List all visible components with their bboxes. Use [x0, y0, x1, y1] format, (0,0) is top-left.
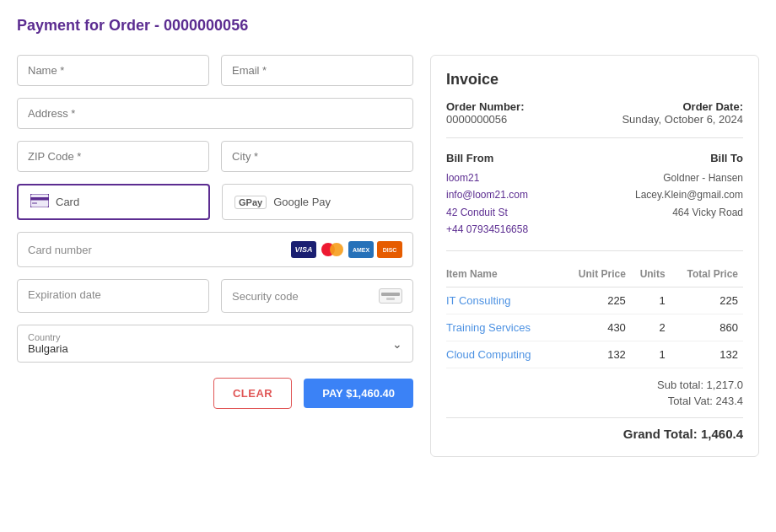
gpay-icon: GPay	[234, 196, 267, 209]
expiration-label: Expiration date	[28, 288, 101, 301]
bill-from-line-0: loom21	[446, 169, 528, 186]
bill-from: Bill From loom21 info@loom21.com 42 Cond…	[446, 152, 528, 239]
subtotal-label: Sub total: 1,217.0	[657, 379, 743, 391]
page-container: Payment for Order - 0000000056	[0, 0, 776, 532]
order-date-value: Sunday, October 6, 2024	[622, 113, 743, 126]
discover-icon: DISC	[377, 241, 402, 258]
table-row: IT Consulting 225 1 225	[446, 287, 743, 314]
svg-rect-0	[30, 194, 49, 207]
svg-rect-2	[32, 202, 37, 204]
invoice-title: Invoice	[446, 71, 743, 89]
card-icons: VISA AMEX DISC	[291, 241, 402, 258]
country-select[interactable]: Country Bulgaria ⌄	[17, 325, 413, 363]
clear-button[interactable]: CLEAR	[213, 378, 292, 409]
main-content: Card GPay Google Pay Card number VISA	[17, 55, 759, 457]
item-name-2: Cloud Computing	[446, 341, 563, 368]
grand-total: Grand Total: 1,460.4	[446, 417, 743, 441]
item-name-1: Training Services	[446, 314, 563, 341]
bill-from-line-2: 42 Conduit St	[446, 204, 528, 221]
item-units-1: 2	[631, 314, 671, 341]
table-header-row: Item Name Unit Price Units Total Price	[446, 265, 743, 287]
country-value: Bulgaria	[28, 342, 68, 355]
payment-methods: Card GPay Google Pay	[17, 184, 413, 220]
page-title: Payment for Order - 0000000056	[17, 17, 759, 35]
item-units-2: 1	[631, 341, 671, 368]
order-number-value: 0000000056	[446, 113, 524, 126]
expiration-field[interactable]: Expiration date	[17, 279, 209, 313]
col-item-name: Item Name	[446, 265, 563, 287]
table-row: Cloud Computing 132 1 132	[446, 341, 743, 368]
chevron-down-icon: ⌄	[392, 337, 402, 351]
country-content: Country Bulgaria	[28, 332, 68, 355]
bill-to: Bill To Goldner - Hansen Lacey.Klein@gma…	[635, 152, 743, 239]
bill-from-line-1: info@loom21.com	[446, 186, 528, 203]
card-label: Card	[56, 196, 79, 208]
item-unit-price-0: 225	[563, 287, 631, 314]
svg-rect-1	[30, 197, 49, 201]
bill-section: Bill From loom21 info@loom21.com 42 Cond…	[446, 152, 743, 251]
order-meta: Order Number: 0000000056 Order Date: Sun…	[446, 100, 743, 138]
item-name-0: IT Consulting	[446, 287, 563, 314]
item-total-1: 860	[671, 314, 743, 341]
item-units-0: 1	[631, 287, 671, 314]
security-code-field[interactable]: Security code	[221, 279, 413, 313]
table-row: Training Services 430 2 860	[446, 314, 743, 341]
subtotal-row: Sub total: 1,217.0	[446, 379, 743, 391]
country-label: Country	[28, 332, 68, 342]
col-total-price: Total Price	[671, 265, 743, 287]
card-number-label: Card number	[28, 244, 92, 256]
expiry-security-row: Expiration date Security code	[17, 279, 413, 313]
name-email-row	[17, 55, 413, 86]
card-number-row[interactable]: Card number VISA AMEX DISC	[17, 232, 413, 267]
left-panel: Card GPay Google Pay Card number VISA	[17, 55, 413, 457]
order-date-section: Order Date: Sunday, October 6, 2024	[622, 100, 743, 126]
mastercard-icon	[320, 241, 345, 258]
order-number-section: Order Number: 0000000056	[446, 100, 524, 126]
button-row: CLEAR PAY $1,460.40	[17, 378, 413, 409]
gpay-label: Google Pay	[273, 196, 331, 208]
col-units: Units	[631, 265, 671, 287]
gpay-payment-method[interactable]: GPay Google Pay	[222, 184, 413, 220]
bill-from-line-3: +44 07934516658	[446, 221, 528, 238]
bill-to-line-1: Lacey.Klein@gmail.com	[635, 186, 743, 203]
bill-to-title: Bill To	[635, 152, 743, 164]
cvv-icon	[379, 288, 402, 304]
city-input[interactable]	[221, 141, 413, 172]
vat-label: Total Vat: 243.4	[668, 395, 743, 407]
zip-city-row	[17, 141, 413, 172]
item-total-0: 225	[671, 287, 743, 314]
bill-from-title: Bill From	[446, 152, 528, 164]
grand-total-label: Grand Total: 1,460.4	[623, 427, 743, 441]
order-number-label: Order Number:	[446, 100, 524, 113]
order-date-label: Order Date:	[622, 100, 743, 113]
vat-row: Total Vat: 243.4	[446, 395, 743, 407]
item-unit-price-1: 430	[563, 314, 631, 341]
card-icon	[30, 194, 49, 210]
card-payment-method[interactable]: Card	[17, 184, 210, 220]
totals-section: Sub total: 1,217.0 Total Vat: 243.4	[446, 379, 743, 407]
item-unit-price-2: 132	[563, 341, 631, 368]
security-label: Security code	[232, 290, 299, 303]
visa-icon: VISA	[291, 241, 316, 258]
col-unit-price: Unit Price	[563, 265, 631, 287]
bill-to-line-2: 464 Vicky Road	[635, 204, 743, 221]
bill-to-line-0: Goldner - Hansen	[635, 169, 743, 186]
email-input[interactable]	[221, 55, 413, 86]
invoice-panel: Invoice Order Number: 0000000056 Order D…	[430, 55, 759, 457]
item-total-2: 132	[671, 341, 743, 368]
amex-icon: AMEX	[348, 241, 374, 258]
pay-button[interactable]: PAY $1,460.40	[304, 379, 413, 408]
invoice-table: Item Name Unit Price Units Total Price I…	[446, 265, 743, 368]
name-input[interactable]	[17, 55, 209, 86]
address-input[interactable]	[17, 98, 413, 129]
zip-input[interactable]	[17, 141, 209, 172]
